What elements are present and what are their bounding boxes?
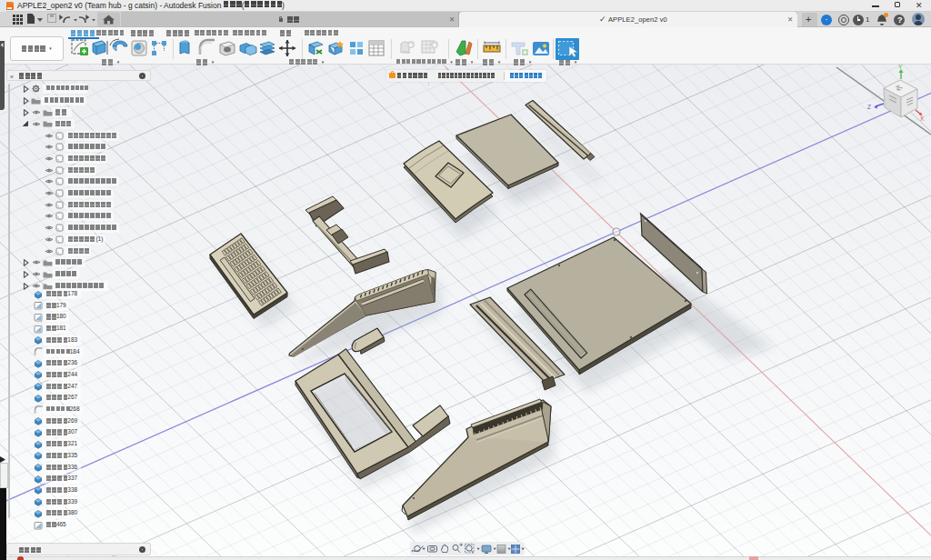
svg-text:X: X [920, 115, 925, 122]
svg-text:Y: Y [898, 65, 903, 70]
svg-text:Z: Z [867, 104, 871, 110]
